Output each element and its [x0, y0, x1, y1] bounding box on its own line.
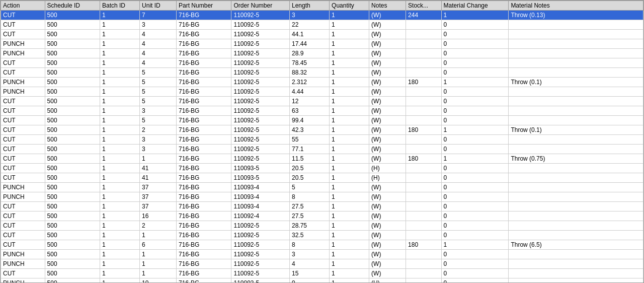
cell-0: CUT [1, 97, 45, 106]
table-row[interactable]: CUT50015716-BG110092-588.321(W)0 [1, 68, 643, 78]
table-row[interactable]: CUT500116716-BG110092-427.51(W)0 [1, 211, 643, 221]
cell-10: 0 [441, 173, 509, 183]
cell-9 [406, 221, 442, 231]
cell-0: CUT [1, 173, 45, 183]
column-header-material-change[interactable]: Material Change [441, 1, 509, 11]
column-header-notes[interactable]: Notes [369, 1, 406, 11]
cell-1: 500 [45, 11, 100, 20]
cell-10: 0 [441, 259, 509, 269]
cell-4: 716-BG [177, 39, 231, 49]
column-header-schedule-id[interactable]: Schedule ID [45, 1, 100, 11]
cell-7: 1 [330, 68, 369, 78]
cell-5: 110093-4 [231, 192, 290, 202]
column-header-part-number[interactable]: Part Number [177, 1, 231, 11]
cell-11: Throw (6.5) [509, 240, 643, 250]
table-row[interactable]: CUT50011716-BG110092-511.51(W)1801Throw … [1, 154, 643, 164]
cell-3: 3 [140, 145, 177, 154]
column-header-unit-id[interactable]: Unit ID [140, 1, 177, 11]
table-row[interactable]: CUT50013716-BG110092-577.11(W)0 [1, 145, 643, 154]
table-row[interactable]: CUT50014716-BG110092-544.11(W)0 [1, 30, 643, 39]
cell-1: 500 [45, 211, 100, 221]
cell-3: 41 [140, 173, 177, 183]
table-row[interactable]: CUT50016716-BG110092-581(W)1801Throw (6.… [1, 240, 643, 250]
cell-1: 500 [45, 20, 100, 30]
cell-7: 1 [330, 145, 369, 154]
table-row[interactable]: PUNCH50015716-BG110092-52.3121(W)1801Thr… [1, 78, 643, 87]
cell-5: 110092-5 [231, 125, 290, 135]
cell-5: 110092-5 [231, 116, 290, 125]
table-row[interactable]: CUT50011716-BG110092-5151(W)0 [1, 269, 643, 278]
table-row[interactable]: CUT500137716-BG110093-427.51(W)0 [1, 202, 643, 211]
cell-11 [509, 87, 643, 97]
cell-4: 716-BG [177, 269, 231, 278]
cell-1: 500 [45, 78, 100, 87]
column-header-material-notes[interactable]: Material Notes [509, 1, 643, 11]
cell-1: 500 [45, 97, 100, 106]
table-row[interactable]: CUT50015716-BG110092-5121(W)0 [1, 97, 643, 106]
table-row[interactable]: CUT50011716-BG110092-532.51(W)0 [1, 231, 643, 240]
cell-6: 27.5 [290, 202, 330, 211]
cell-7: 1 [330, 250, 369, 259]
cell-9 [406, 269, 442, 278]
cell-7: 1 [330, 58, 369, 68]
cell-7: 1 [330, 116, 369, 125]
cell-6: 2.312 [290, 78, 330, 87]
cell-10: 0 [441, 49, 509, 58]
cell-9 [406, 49, 442, 58]
cell-2: 1 [100, 58, 140, 68]
table-row[interactable]: CUT50015716-BG110092-599.41(W)0 [1, 116, 643, 125]
table-row[interactable]: CUT50013716-BG110092-5631(W)0 [1, 106, 643, 116]
cell-8: (W) [369, 135, 406, 145]
cell-10: 0 [441, 20, 509, 30]
table-row[interactable]: PUNCH500137716-BG110093-481(W)0 [1, 192, 643, 202]
column-header-action[interactable]: Action [1, 1, 45, 11]
cell-8: (H) [369, 164, 406, 173]
cell-0: CUT [1, 202, 45, 211]
cell-0: PUNCH [1, 78, 45, 87]
cell-11 [509, 259, 643, 269]
cell-9 [406, 30, 442, 39]
table-row[interactable]: CUT50012716-BG110092-528.751(W)0 [1, 221, 643, 231]
cell-8: (W) [369, 269, 406, 278]
cell-4: 716-BG [177, 58, 231, 68]
cell-3: 7 [140, 11, 177, 20]
column-header-length[interactable]: Length [290, 1, 330, 11]
table-row[interactable]: PUNCH50011716-BG110092-541(W)0 [1, 259, 643, 269]
table-row[interactable]: CUT500141716-BG110093-520.51(H)0 [1, 164, 643, 173]
table-row[interactable]: CUT50013716-BG110092-5551(W)0 [1, 135, 643, 145]
table-row[interactable]: CUT50014716-BG110092-578.451(W)0 [1, 58, 643, 68]
table-row[interactable]: CUT50017716-BG110092-531(W)2441Throw (0.… [1, 11, 643, 20]
cell-9: 180 [406, 154, 442, 164]
column-header-stock---[interactable]: Stock... [406, 1, 442, 11]
cell-0: CUT [1, 231, 45, 240]
cell-6: 11.5 [290, 154, 330, 164]
table-row[interactable]: CUT50012716-BG110092-542.31(W)1801Throw … [1, 125, 643, 135]
cell-0: CUT [1, 58, 45, 68]
cell-3: 37 [140, 202, 177, 211]
cell-2: 1 [100, 173, 140, 183]
table-row[interactable]: PUNCH500110716-BG110093-591(H)0 [1, 278, 643, 284]
table-row[interactable]: PUNCH50014716-BG110092-517.441(W)0 [1, 39, 643, 49]
cell-7: 1 [330, 135, 369, 145]
cell-10: 0 [441, 145, 509, 154]
cell-11 [509, 269, 643, 278]
cell-8: (W) [369, 202, 406, 211]
cell-11 [509, 116, 643, 125]
cell-5: 110092-5 [231, 231, 290, 240]
table-row[interactable]: CUT50013716-BG110092-5221(W)0 [1, 20, 643, 30]
cell-0: CUT [1, 20, 45, 30]
cell-0: PUNCH [1, 278, 45, 284]
cell-4: 716-BG [177, 20, 231, 30]
cell-4: 716-BG [177, 49, 231, 58]
column-header-batch-id[interactable]: Batch ID [100, 1, 140, 11]
column-header-quantity[interactable]: Quantity [330, 1, 369, 11]
cell-2: 1 [100, 192, 140, 202]
table-row[interactable]: CUT500141716-BG110093-520.51(H)0 [1, 173, 643, 183]
table-row[interactable]: PUNCH50015716-BG110092-54.441(W)0 [1, 87, 643, 97]
column-header-order-number[interactable]: Order Number [231, 1, 290, 11]
table-row[interactable]: PUNCH500137716-BG110093-451(W)0 [1, 183, 643, 192]
cell-5: 110092-5 [231, 250, 290, 259]
table-row[interactable]: PUNCH50011716-BG110092-531(W)0 [1, 250, 643, 259]
cell-8: (W) [369, 87, 406, 97]
table-row[interactable]: PUNCH50014716-BG110092-528.91(W)0 [1, 49, 643, 58]
